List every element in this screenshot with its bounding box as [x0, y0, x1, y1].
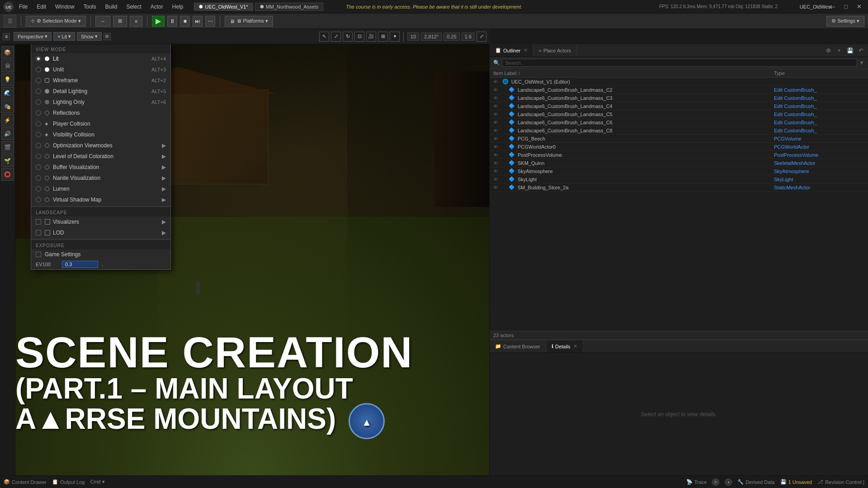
- outliner-tab[interactable]: 📋 Outliner ✕: [490, 44, 533, 56]
- viewmode-nanite-visualization[interactable]: Nanite Visualization ▶: [31, 173, 170, 183]
- close-button[interactable]: ✕: [854, 2, 864, 11]
- outliner-root-row[interactable]: 👁 🌐 UEC_OldWest_V1 (Editor): [490, 78, 868, 86]
- maximize-viewport-button[interactable]: ⤢: [476, 32, 486, 42]
- viewmode-detail-lighting[interactable]: Detail Lighting ALT+5: [31, 86, 170, 97]
- viewmode-unlit[interactable]: Unlit ALT+3: [31, 64, 170, 75]
- stop-button[interactable]: ■: [180, 16, 190, 27]
- table-row[interactable]: 👁 🔷 Landscape6_CustomBrush_Landmass_C8 E…: [490, 127, 868, 135]
- grid-tool-button[interactable]: ⊞: [378, 32, 388, 42]
- item-label-column-header[interactable]: Item Label ↑: [493, 70, 774, 76]
- maximize-button[interactable]: □: [841, 2, 850, 11]
- outliner-filter-button[interactable]: ⚙: [824, 46, 833, 55]
- actor-panel-icon-10[interactable]: ⭕: [1, 168, 14, 181]
- type-column-header[interactable]: Type: [774, 70, 864, 76]
- translate-tool-button[interactable]: ⤢: [331, 32, 341, 42]
- derived-data-button[interactable]: 🔧 Derived Data: [737, 479, 774, 485]
- menu-build[interactable]: Build: [104, 3, 119, 11]
- viewmode-lit[interactable]: Lit ALT+4: [31, 53, 170, 64]
- viewmode-reflections[interactable]: Reflections: [31, 108, 170, 118]
- pause-button[interactable]: ⏸: [167, 16, 177, 27]
- menu-window[interactable]: Window: [53, 3, 76, 11]
- table-row[interactable]: 👁 🔷 Landscape6_CustomBrush_Landmass_C3 E…: [490, 94, 868, 102]
- table-row[interactable]: 👁 🔷 SKM_Quinn SkeletalMeshActor: [490, 159, 868, 167]
- actor-panel-icon-5[interactable]: 🎭: [1, 100, 14, 113]
- perspective-dropdown[interactable]: Perspective ▾: [14, 32, 52, 41]
- viewmode-lighting-only[interactable]: Lighting Only ALT+6: [31, 97, 170, 108]
- lit-dropdown[interactable]: ● Lit ▾: [53, 32, 75, 41]
- actor-panel-icon-3[interactable]: 💡: [1, 73, 14, 86]
- table-row[interactable]: 👁 🔷 SkyAtmosphere SkyAtmosphere: [490, 167, 868, 175]
- menu-edit[interactable]: Edit: [35, 3, 48, 11]
- viewmode-player-collision[interactable]: ◈ Player Collision: [31, 118, 170, 129]
- move-tool-button[interactable]: ↖: [319, 32, 329, 42]
- content-browser-tab[interactable]: 📁 Content Browser: [490, 340, 546, 352]
- actor-panel-icon-6[interactable]: ⚡: [1, 114, 14, 127]
- menu-select[interactable]: Select: [124, 3, 143, 11]
- content-drawer-button[interactable]: 📦 Content Drawer: [4, 479, 47, 485]
- ev100-value[interactable]: 0.3: [62, 261, 98, 268]
- snap-button[interactable]: ⊞: [113, 16, 127, 27]
- revision-control-button[interactable]: ⎇ Revision Control ]: [817, 479, 864, 485]
- unsaved-indicator[interactable]: 💾 1 Unsaved: [780, 479, 812, 485]
- viewmode-optimization[interactable]: Optimization Viewmodes ▶: [31, 140, 170, 151]
- game-settings-checkbox[interactable]: [36, 252, 41, 257]
- outliner-history-button[interactable]: ↶: [856, 46, 865, 55]
- menu-tools[interactable]: Tools: [82, 3, 98, 11]
- menu-help[interactable]: Help: [170, 3, 185, 11]
- menu-actor[interactable]: Actor: [149, 3, 165, 11]
- record-icon[interactable]: ●: [725, 479, 732, 486]
- trace-settings-icon[interactable]: ⚙: [712, 479, 719, 486]
- settings-button[interactable]: ⚙ Settings ▾: [826, 16, 864, 27]
- outliner-save-button[interactable]: 💾: [845, 46, 854, 55]
- viewport-settings-icon[interactable]: ⚙: [104, 33, 111, 40]
- play-button[interactable]: ▶: [152, 16, 165, 27]
- viewmode-virtual-shadow-map[interactable]: Virtual Shadow Map ▶: [31, 194, 170, 205]
- outliner-search-input[interactable]: [502, 59, 857, 67]
- cmd-dropdown[interactable]: Cmd ▾: [90, 479, 104, 485]
- actor-panel-icon-9[interactable]: 🌱: [1, 155, 14, 167]
- transform-button[interactable]: ↔: [95, 16, 110, 27]
- tab-assets[interactable]: ⬢ MM_Northwood_Assets: [255, 3, 324, 11]
- details-close-button[interactable]: ✕: [573, 343, 577, 349]
- trace-button[interactable]: 📡 Trace: [686, 479, 707, 485]
- grid-button[interactable]: ≡: [130, 16, 142, 27]
- viewport-options-button[interactable]: ≡: [3, 33, 10, 40]
- viewmode-lod-coloration[interactable]: Level of Detail Coloration ▶: [31, 151, 170, 162]
- actor-panel-icon-2[interactable]: 🏛: [1, 60, 14, 72]
- table-row[interactable]: 👁 🔷 Landscape6_CustomBrush_Landmass_C5 E…: [490, 110, 868, 118]
- rotate-tool-button[interactable]: ↻: [343, 32, 353, 42]
- snap-tool-button[interactable]: ✦: [390, 32, 400, 42]
- table-row[interactable]: 👁 🔷 PostProcessVolume PostProcessVolume: [490, 151, 868, 159]
- viewmode-buffer-visualization[interactable]: Buffer Visualization ▶: [31, 162, 170, 173]
- details-tab[interactable]: ℹ Details ✕: [546, 340, 583, 352]
- platforms-button[interactable]: 🖥 🖥 Platforms ▾: [225, 16, 273, 27]
- viewmode-wireframe[interactable]: Wireframe ALT+2: [31, 75, 170, 86]
- table-row[interactable]: 👁 🔷 PCGWorldActor0 PCGWorldActor: [490, 143, 868, 151]
- viewport[interactable]: VIEW MODE Lit ALT+4 Unlit ALT+3 Wirefram…: [15, 44, 489, 475]
- tab-project[interactable]: ⬢ UEC_OldWest_V1*: [194, 3, 253, 11]
- actor-panel-icon-8[interactable]: 🎬: [1, 141, 14, 154]
- selection-mode-button[interactable]: ⊹ ⚙ Selection Mode ▾: [26, 16, 86, 27]
- outliner-add-button[interactable]: +: [835, 46, 844, 55]
- more-options-button[interactable]: ⋯: [205, 16, 215, 27]
- outliner-close-button[interactable]: ✕: [524, 47, 528, 53]
- landscape-visualizers[interactable]: Visualizers ▶: [31, 216, 170, 227]
- table-row[interactable]: 👁 🔷 Landscape6_CustomBrush_Landmass_C4 E…: [490, 102, 868, 110]
- game-settings-row[interactable]: Game Settings: [31, 249, 170, 259]
- viewmode-lumen[interactable]: Lumen ▶: [31, 183, 170, 194]
- table-row[interactable]: 👁 🔷 PCG_Beech PCGVolume: [490, 135, 868, 143]
- place-actors-tab[interactable]: + Place Actors: [533, 44, 577, 56]
- table-row[interactable]: 👁 🔷 Landscape6_CustomBrush_Landmass_C6 E…: [490, 118, 868, 127]
- actor-panel-icon-1[interactable]: 📦: [1, 46, 14, 59]
- table-row[interactable]: 👁 🔷 SkyLight SkyLight: [490, 175, 868, 183]
- camera-tool-button[interactable]: 🎥: [366, 32, 376, 42]
- skip-button[interactable]: ⏭: [193, 16, 203, 27]
- actor-panel-icon-4[interactable]: 🌊: [1, 87, 14, 99]
- show-dropdown[interactable]: Show ▾: [77, 32, 102, 41]
- actor-panel-icon-7[interactable]: 🔊: [1, 127, 14, 140]
- landscape-lod[interactable]: LOD ▶: [31, 227, 170, 238]
- table-row[interactable]: 👁 🔷 SM_Building_Store_2a StaticMeshActor: [490, 183, 868, 192]
- menu-file[interactable]: File: [17, 3, 29, 11]
- viewmode-visibility-collision[interactable]: ◈ Visibility Collision: [31, 129, 170, 140]
- output-log-button[interactable]: 📋 Output Log: [52, 479, 85, 485]
